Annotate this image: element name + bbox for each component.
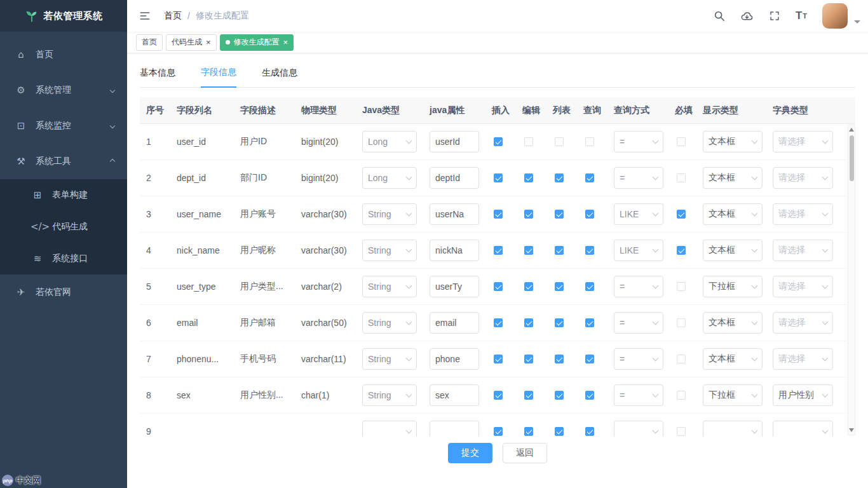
query-checkbox[interactable] — [585, 391, 594, 400]
dict-type-select[interactable]: 请选择 — [773, 348, 833, 370]
insert-checkbox[interactable] — [494, 318, 503, 327]
display-type-select[interactable]: 下拉框 — [703, 276, 763, 297]
display-type-select[interactable]: 下拉框 — [703, 384, 763, 406]
java-field-input[interactable]: nickNa — [430, 240, 479, 261]
user-avatar[interactable] — [822, 3, 848, 29]
java-type-select[interactable]: String — [362, 203, 417, 225]
list-checkbox[interactable] — [555, 355, 564, 363]
query-type-select[interactable]: = — [614, 312, 663, 334]
insert-checkbox[interactable] — [494, 355, 503, 363]
edit-checkbox[interactable] — [524, 391, 533, 400]
query-type-select[interactable]: LIKE — [614, 240, 663, 261]
query-checkbox[interactable] — [585, 282, 594, 291]
app-logo[interactable]: 若依管理系统 — [0, 0, 127, 32]
edit-checkbox[interactable] — [524, 210, 533, 219]
insert-checkbox[interactable] — [494, 391, 503, 400]
java-type-select[interactable]: Long — [362, 131, 417, 152]
cloud-download-icon[interactable] — [740, 10, 754, 23]
required-checkbox[interactable] — [677, 282, 686, 291]
list-checkbox[interactable] — [555, 246, 564, 255]
java-field-input[interactable]: sex — [430, 384, 479, 406]
query-checkbox[interactable] — [585, 210, 594, 219]
java-type-select[interactable]: String — [362, 312, 417, 334]
list-checkbox[interactable] — [555, 391, 564, 400]
insert-checkbox[interactable] — [494, 427, 503, 436]
search-icon[interactable] — [714, 10, 725, 22]
java-field-input[interactable]: userNa — [430, 203, 479, 225]
query-type-select[interactable] — [614, 421, 663, 437]
sidebar-item-system-tools[interactable]: ⚒系统工具 — [0, 144, 127, 179]
scrollbar-thumb[interactable] — [850, 135, 854, 181]
breadcrumb-item[interactable]: 首页 — [164, 10, 182, 22]
submit-button[interactable]: 提交 — [448, 443, 492, 463]
edit-checkbox[interactable] — [524, 246, 533, 255]
tab-item[interactable]: 生成信息 — [262, 67, 297, 87]
required-checkbox[interactable] — [677, 210, 686, 219]
sidebar-item-system-monitor[interactable]: ⊡系统监控 — [0, 108, 127, 144]
list-checkbox[interactable] — [555, 282, 564, 291]
java-field-input[interactable]: userId — [430, 131, 479, 152]
dict-type-select[interactable] — [773, 421, 833, 437]
sidebar-item-code-generator[interactable]: </>代码生成 — [0, 211, 127, 243]
display-type-select[interactable]: 文本框 — [703, 348, 763, 370]
dict-type-select[interactable]: 请选择 — [773, 203, 833, 225]
query-checkbox[interactable] — [585, 318, 594, 327]
java-field-input[interactable]: phone — [430, 348, 479, 370]
sidebar-item-official-site[interactable]: ✈若依官网 — [0, 274, 127, 310]
query-type-select[interactable]: = — [614, 131, 663, 152]
list-checkbox[interactable] — [555, 210, 564, 219]
hamburger-icon[interactable] — [133, 10, 156, 22]
query-checkbox[interactable] — [585, 355, 594, 363]
java-field-input[interactable]: email — [430, 312, 479, 334]
required-checkbox[interactable] — [677, 355, 686, 363]
java-type-select[interactable] — [362, 421, 417, 437]
query-type-select[interactable]: LIKE — [614, 203, 663, 225]
list-checkbox[interactable] — [555, 427, 564, 436]
list-checkbox[interactable] — [555, 137, 564, 146]
edit-checkbox[interactable] — [524, 173, 533, 182]
required-checkbox[interactable] — [677, 391, 686, 400]
list-checkbox[interactable] — [555, 173, 564, 182]
dict-type-select[interactable]: 请选择 — [773, 240, 833, 261]
list-checkbox[interactable] — [555, 318, 564, 327]
java-field-input[interactable]: userTy — [430, 276, 479, 297]
java-type-select[interactable]: Long — [362, 167, 417, 189]
back-button[interactable]: 返回 — [503, 443, 547, 463]
edit-checkbox[interactable] — [524, 427, 533, 436]
sidebar-item-home[interactable]: ⌂首页 — [0, 37, 127, 72]
java-field-input[interactable] — [430, 421, 479, 437]
avatar-caret-down-icon[interactable] — [854, 20, 860, 24]
dict-type-select[interactable]: 请选择 — [773, 131, 833, 152]
insert-checkbox[interactable] — [494, 173, 503, 182]
query-type-select[interactable]: = — [614, 276, 663, 297]
edit-checkbox[interactable] — [524, 282, 533, 291]
display-type-select[interactable]: 文本框 — [703, 312, 763, 334]
edit-checkbox[interactable] — [524, 355, 533, 363]
java-field-input[interactable]: deptId — [430, 167, 479, 189]
dict-type-select[interactable]: 请选择 — [773, 276, 833, 297]
required-checkbox[interactable] — [677, 246, 686, 255]
required-checkbox[interactable] — [677, 137, 686, 146]
query-checkbox[interactable] — [585, 427, 594, 436]
edit-checkbox[interactable] — [524, 318, 533, 327]
fullscreen-icon[interactable] — [769, 10, 780, 22]
close-icon[interactable]: × — [206, 38, 211, 46]
table-scrollbar[interactable] — [848, 125, 855, 435]
java-type-select[interactable]: String — [362, 384, 417, 406]
close-icon[interactable]: × — [283, 38, 288, 46]
dict-type-select[interactable]: 用户性别 — [773, 384, 833, 406]
edit-checkbox[interactable] — [524, 137, 533, 146]
required-checkbox[interactable] — [677, 318, 686, 327]
display-type-select[interactable]: 文本框 — [703, 131, 763, 152]
dict-type-select[interactable]: 请选择 — [773, 312, 833, 334]
dict-type-select[interactable]: 请选择 — [773, 167, 833, 189]
sidebar-item-system-api[interactable]: ≋系统接口 — [0, 243, 127, 274]
display-type-select[interactable]: 文本框 — [703, 240, 763, 261]
display-type-select[interactable] — [703, 421, 763, 437]
tab-item[interactable]: 基本信息 — [140, 67, 175, 87]
required-checkbox[interactable] — [677, 427, 686, 436]
insert-checkbox[interactable] — [494, 137, 503, 146]
sidebar-item-form-builder[interactable]: ⊞表单构建 — [0, 179, 127, 211]
java-type-select[interactable]: String — [362, 276, 417, 297]
display-type-select[interactable]: 文本框 — [703, 203, 763, 225]
